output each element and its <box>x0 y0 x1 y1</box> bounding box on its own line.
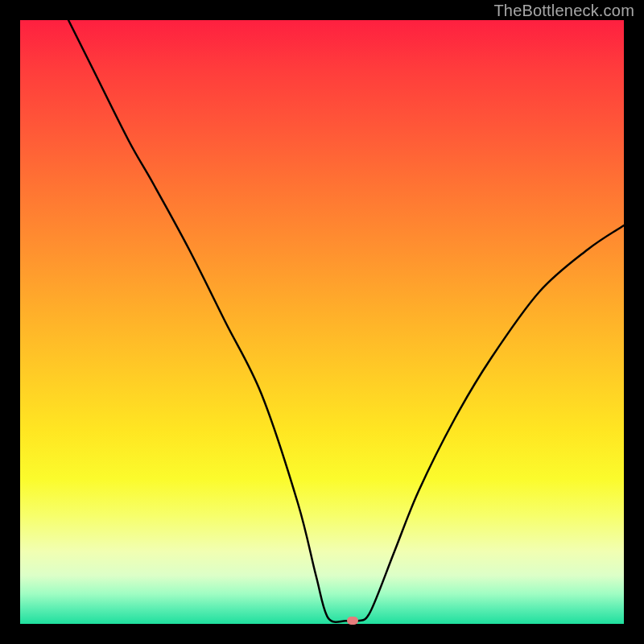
bottleneck-curve <box>68 20 624 622</box>
optimum-marker <box>347 617 358 625</box>
curve-svg <box>20 20 624 624</box>
plot-area <box>20 20 624 624</box>
watermark-label: TheBottleneck.com <box>493 2 634 20</box>
chart-frame: TheBottleneck.com <box>0 0 644 644</box>
